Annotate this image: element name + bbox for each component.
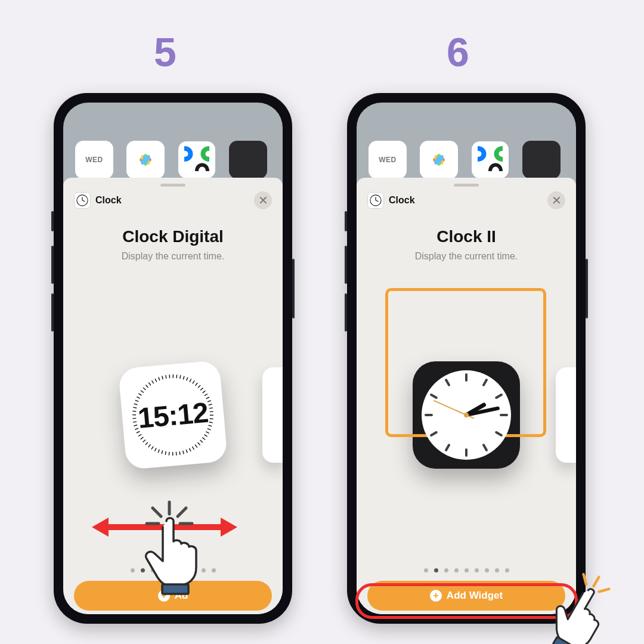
svg-line-15 — [205, 434, 208, 436]
svg-line-26 — [172, 452, 173, 456]
svg-line-45 — [133, 407, 137, 408]
svg-line-60 — [173, 374, 174, 378]
svg-line-53 — [148, 382, 151, 385]
svg-rect-80 — [472, 141, 509, 178]
svg-line-109 — [594, 577, 599, 586]
svg-line-33 — [148, 444, 150, 447]
svg-line-18 — [198, 442, 200, 445]
svg-line-36 — [140, 437, 143, 439]
phone-frame-left: WED Clock ✕ Clock — [54, 93, 292, 624]
add-widget-button[interactable]: + Ad — [74, 581, 272, 611]
svg-line-32 — [151, 447, 153, 450]
widget-sheet: Clock ✕ Clock Digital Display the curren… — [63, 178, 283, 614]
svg-line-38 — [137, 431, 140, 433]
svg-line-44 — [132, 411, 136, 412]
svg-line-86 — [496, 395, 501, 398]
svg-line-67 — [195, 383, 197, 386]
svg-line-20 — [192, 447, 194, 450]
svg-line-95 — [446, 380, 449, 385]
svg-line-34 — [145, 442, 148, 445]
widget-subtitle: Display the current time. — [367, 251, 565, 262]
plus-circle-icon: + — [158, 590, 170, 602]
widget-subtitle: Display the current time. — [74, 251, 272, 262]
photos-icon — [126, 141, 165, 179]
svg-line-48 — [137, 397, 140, 399]
home-row: WED — [63, 141, 283, 179]
svg-point-99 — [464, 413, 469, 417]
svg-line-17 — [200, 440, 203, 443]
widget-preview-carousel[interactable] — [367, 262, 565, 568]
svg-line-72 — [206, 397, 209, 399]
svg-line-88 — [496, 432, 501, 435]
svg-line-29 — [162, 451, 163, 454]
widget-sheet: Clock ✕ Clock II Display the current tim… — [357, 178, 576, 614]
close-icon: ✕ — [552, 193, 562, 208]
calendar-icon: WED — [369, 141, 407, 179]
svg-line-89 — [484, 445, 487, 450]
svg-line-59 — [169, 374, 170, 378]
next-widget-peek[interactable] — [556, 367, 576, 463]
svg-line-24 — [179, 451, 180, 455]
svg-line-92 — [431, 432, 436, 435]
highlight-red-frame — [355, 583, 578, 619]
svg-line-21 — [189, 448, 191, 451]
app-icon-generic — [178, 141, 216, 179]
svg-line-13 — [208, 428, 211, 430]
calendar-icon: WED — [75, 141, 113, 179]
svg-line-16 — [202, 437, 205, 439]
svg-line-58 — [166, 375, 166, 379]
svg-line-51 — [143, 388, 145, 391]
svg-line-56 — [159, 377, 160, 380]
svg-line-111 — [599, 586, 609, 596]
svg-line-14 — [206, 431, 209, 434]
svg-line-47 — [135, 400, 139, 402]
svg-line-42 — [132, 418, 136, 419]
close-button[interactable]: ✕ — [547, 191, 565, 209]
next-widget-peek[interactable] — [262, 367, 283, 463]
svg-line-12 — [209, 425, 212, 427]
svg-line-27 — [169, 452, 170, 456]
sheet-app-label: Clock — [95, 195, 122, 206]
close-icon: ✕ — [258, 193, 268, 208]
svg-line-11 — [209, 422, 213, 423]
photos-icon — [420, 141, 458, 179]
add-widget-label: Ad — [175, 590, 188, 602]
svg-line-62 — [179, 375, 181, 379]
svg-line-49 — [138, 393, 141, 395]
analog-clock-face — [422, 370, 511, 460]
svg-rect-112 — [553, 637, 577, 644]
svg-line-50 — [141, 390, 144, 392]
svg-line-71 — [205, 394, 208, 395]
app-icon-dark — [229, 141, 267, 179]
widget-preview-card-digital[interactable]: 15:12 — [118, 360, 228, 470]
svg-line-43 — [132, 414, 136, 415]
app-icon-generic — [471, 141, 509, 179]
svg-rect-4 — [178, 141, 215, 178]
svg-line-54 — [151, 380, 153, 384]
page-indicator — [74, 568, 272, 572]
sheet-grabber[interactable] — [160, 184, 185, 187]
svg-line-55 — [155, 379, 157, 382]
sheet-grabber[interactable] — [454, 184, 479, 187]
svg-line-35 — [143, 440, 145, 442]
svg-line-28 — [165, 451, 166, 455]
svg-line-10 — [210, 419, 213, 420]
svg-line-25 — [176, 452, 177, 456]
svg-line-37 — [138, 434, 142, 436]
clock-app-icon — [367, 192, 384, 209]
svg-line-57 — [162, 376, 163, 379]
page-indicator — [367, 568, 565, 572]
home-row: WED — [357, 141, 576, 179]
widget-preview-card-analog[interactable] — [413, 361, 520, 469]
svg-line-75 — [209, 408, 213, 408]
svg-line-66 — [192, 380, 194, 383]
svg-line-65 — [189, 379, 191, 382]
widget-preview-carousel[interactable]: 15:12 — [74, 262, 272, 568]
svg-line-73 — [208, 401, 211, 402]
close-button[interactable]: ✕ — [254, 191, 272, 209]
sheet-app-label: Clock — [389, 195, 415, 206]
clock-app-icon — [74, 192, 91, 209]
svg-line-30 — [158, 450, 160, 453]
svg-line-69 — [200, 388, 203, 390]
svg-line-8 — [210, 411, 213, 412]
